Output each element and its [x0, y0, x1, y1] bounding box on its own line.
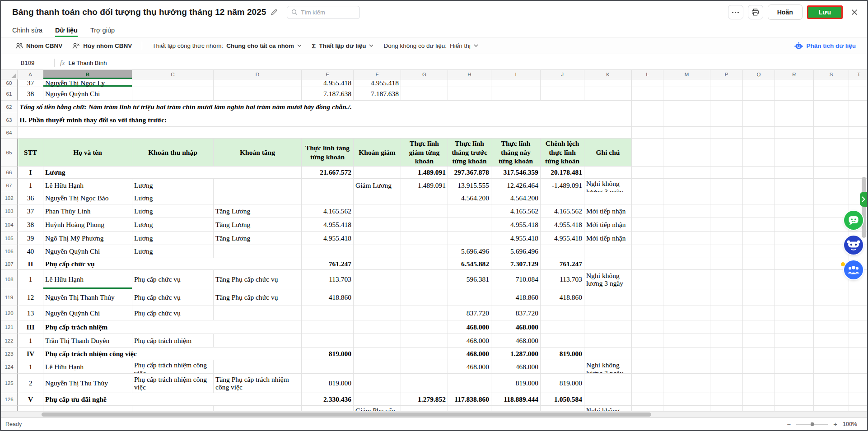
cell-D105[interactable]: Tăng Lương — [214, 232, 302, 245]
cell-M119[interactable] — [663, 289, 710, 306]
cell-A107[interactable]: II — [18, 258, 43, 270]
cell-I104[interactable]: 4.955.418 — [491, 218, 541, 232]
cell-A64[interactable] — [18, 127, 632, 139]
row-header-125[interactable]: 125 — [1, 374, 18, 393]
cell-I66[interactable]: 317.546.359 — [491, 167, 541, 179]
group-formula-dropdown[interactable]: Thiết lập công thức nhóm: Chung cho tất … — [152, 42, 302, 49]
cell-Q65[interactable] — [743, 139, 775, 167]
cell-Q104[interactable] — [743, 218, 775, 232]
cell-G107[interactable] — [401, 258, 448, 270]
cell-G106[interactable] — [401, 245, 448, 258]
cell-A124[interactable]: 1 — [18, 360, 43, 374]
cell-S123[interactable] — [814, 348, 849, 360]
cell-G104[interactable] — [401, 218, 448, 232]
cell-H122[interactable]: 468.000 — [448, 334, 491, 348]
cell-D102[interactable] — [214, 192, 302, 204]
cell-E121[interactable] — [302, 320, 354, 334]
assistant-robot-button[interactable] — [844, 236, 863, 255]
cell-G126[interactable]: 1.279.852 — [401, 393, 448, 406]
cell-F104[interactable] — [354, 218, 401, 232]
cell-P104[interactable] — [710, 218, 743, 232]
cell-P103[interactable] — [710, 204, 743, 218]
menu-item-edit[interactable]: Chỉnh sửa — [12, 23, 42, 37]
cell-S120[interactable] — [814, 306, 849, 320]
cell-P124[interactable] — [710, 360, 743, 374]
cell-reference[interactable]: B109 — [1, 60, 54, 66]
cell-T119[interactable] — [849, 289, 868, 306]
cell-A123[interactable]: IV — [18, 348, 43, 360]
cell-H125[interactable] — [448, 374, 491, 393]
cell-R103[interactable] — [775, 204, 814, 218]
cell-H61[interactable] — [448, 87, 491, 101]
cell-G105[interactable] — [401, 232, 448, 245]
cell-B66[interactable]: Lương — [43, 167, 302, 179]
cell-F60[interactable]: 4.955.418 — [354, 79, 401, 87]
row-header-60[interactable]: 60 — [1, 79, 18, 87]
cell-E108[interactable]: 113.703 — [302, 270, 354, 289]
cell-K119[interactable] — [584, 289, 632, 306]
zoom-out-button[interactable]: − — [787, 421, 791, 427]
cell-B122[interactable]: Trần Thị Thanh Duyên — [43, 334, 132, 348]
cell-E126[interactable]: 2.330.436 — [302, 393, 354, 406]
cell-S60[interactable] — [814, 79, 849, 87]
cell-K60[interactable] — [584, 79, 632, 87]
cell-B102[interactable]: Nguyễn Thị Ngọc Bảo — [43, 192, 132, 204]
cell-R119[interactable] — [775, 289, 814, 306]
cell-A61[interactable]: 38 — [18, 87, 43, 101]
cell-F105[interactable] — [354, 232, 401, 245]
ungroup-cbnv-button[interactable]: Hủy nhóm CBNV — [72, 42, 132, 49]
cell-I123[interactable]: 1.287.000 — [491, 348, 541, 360]
cell-Q63[interactable] — [743, 113, 775, 127]
save-button[interactable]: Lưu — [807, 5, 843, 19]
cell-K102[interactable] — [584, 192, 632, 204]
cell-M125[interactable] — [663, 374, 710, 393]
cell-B121[interactable]: Phụ cấp trách nhiệm — [43, 320, 302, 334]
cell-K124[interactable]: Nghỉ không lương 3 ngày — [584, 360, 632, 374]
cell-B119[interactable]: Nguyễn Thị Thanh Thủy — [43, 289, 132, 306]
cell-D122[interactable] — [214, 334, 302, 348]
cell-Q108[interactable] — [743, 270, 775, 289]
cell-F119[interactable] — [354, 289, 401, 306]
print-button[interactable] — [748, 5, 763, 19]
cell-R120[interactable] — [775, 306, 814, 320]
cell-Q125[interactable] — [743, 374, 775, 393]
cell-G103[interactable] — [401, 204, 448, 218]
cell-J126[interactable]: 1.050.584 — [541, 393, 584, 406]
cell-R122[interactable] — [775, 334, 814, 348]
cell-C108[interactable]: Phụ cấp chức vụ — [132, 270, 214, 289]
cell-B60[interactable]: Nguyễn Thị Ngọc Ly — [43, 79, 132, 87]
cell-Q60[interactable] — [743, 79, 775, 87]
cell-L124[interactable] — [632, 360, 663, 374]
cell-F102[interactable] — [354, 192, 401, 204]
cell-L64[interactable] — [632, 127, 663, 139]
cell-M61[interactable] — [663, 87, 710, 101]
cell-G66[interactable]: 1.489.091 — [401, 167, 448, 179]
cell-C104[interactable]: Lương — [132, 218, 214, 232]
cell-M66[interactable] — [663, 167, 710, 179]
cell-I106[interactable]: 5.696.496 — [491, 245, 541, 258]
cell-R63[interactable] — [775, 113, 814, 127]
cell-R65[interactable] — [775, 139, 814, 167]
cell-H124[interactable]: 468.000 — [448, 360, 491, 374]
cell-C65[interactable]: Khoản thu nhập — [132, 139, 214, 167]
row-header-108[interactable]: 108 — [1, 270, 18, 289]
cell-K126[interactable] — [584, 393, 632, 406]
cell-F66[interactable] — [354, 167, 401, 179]
cell-Q123[interactable] — [743, 348, 775, 360]
cell-L66[interactable] — [632, 167, 663, 179]
cell-J124[interactable] — [541, 360, 584, 374]
cell-E105[interactable]: 4.955.418 — [302, 232, 354, 245]
cell-T60[interactable] — [849, 79, 868, 87]
cell-D120[interactable] — [214, 306, 302, 320]
cell-C120[interactable]: Phụ cấp chức vụ — [132, 306, 214, 320]
cell-M67[interactable] — [663, 179, 710, 192]
cell-B104[interactable]: Huỳnh Hoàng Phong — [43, 218, 132, 232]
row-header-122[interactable]: 122 — [1, 334, 18, 348]
cell-C122[interactable]: Phụ cấp trách nhiệm — [132, 334, 214, 348]
cell-I121[interactable]: 468.000 — [491, 320, 541, 334]
cell-B126[interactable]: Phụ cấp ưu đãi nghề — [43, 393, 302, 406]
cell-F125[interactable] — [354, 374, 401, 393]
cell-K106[interactable] — [584, 245, 632, 258]
cell-J125[interactable]: 819.000 — [541, 374, 584, 393]
cell-E102[interactable] — [302, 192, 354, 204]
